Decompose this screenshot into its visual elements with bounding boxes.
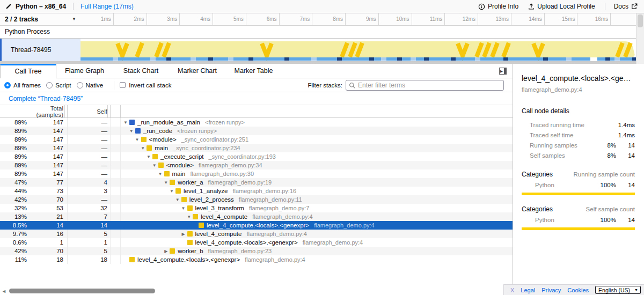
filter-stacks-label: Filter stacks: bbox=[308, 82, 342, 88]
radio-label[interactable]: Script bbox=[55, 82, 71, 88]
tab-call-tree[interactable]: Call Tree bbox=[0, 64, 56, 78]
footer-link-cookies[interactable]: Cookies bbox=[567, 287, 589, 293]
function-name: level_1_analyze bbox=[184, 188, 228, 194]
call-tree-row[interactable]: 0.6%11level_4_compute.<locals>.<genexpr>… bbox=[0, 238, 513, 247]
pencil-icon[interactable] bbox=[5, 3, 12, 10]
filter-stacks-input[interactable] bbox=[346, 80, 504, 91]
horizontal-scrollbar[interactable]: ◄ bbox=[0, 287, 513, 294]
call-tree-row[interactable]: 42%705▶worker_bflamegraph_demo.py:23 bbox=[0, 247, 513, 255]
call-tree-row[interactable]: 89%147—▼_execute_script_sync_coordinator… bbox=[0, 152, 513, 161]
category-icon bbox=[129, 120, 135, 125]
function-name: level_4_compute.<locals>.<genexpr> bbox=[137, 256, 240, 263]
expand-icon[interactable]: ▼ bbox=[122, 120, 129, 125]
category-icon bbox=[193, 214, 198, 219]
call-tree-row[interactable]: 44%733▼level_1_analyzeflamegraph_demo.py… bbox=[0, 187, 513, 195]
profile-info-button[interactable]: Profile Info bbox=[478, 3, 518, 10]
call-tree-row[interactable]: 89%147—▼_run_code<frozen runpy> bbox=[0, 127, 513, 135]
breadcrumb-complete-thread[interactable]: Complete “Thread-78495” bbox=[9, 95, 83, 102]
function-name: <module> bbox=[149, 136, 177, 143]
expand-icon[interactable]: ▼ bbox=[180, 206, 187, 211]
thread-track[interactable]: Thread-78495 bbox=[0, 39, 644, 61]
column-header-self[interactable]: Self bbox=[68, 108, 107, 115]
calltree-controls: All framesScriptNative Invert call stack… bbox=[0, 78, 513, 92]
call-tree-row[interactable]: 89%147—▼main_sync_coordinator.py:234 bbox=[0, 144, 513, 152]
file-location: flamegraph_demo.py:16 bbox=[232, 188, 296, 194]
profile-info-label: Profile Info bbox=[488, 3, 518, 10]
radio-script[interactable] bbox=[46, 82, 53, 88]
category-icon bbox=[170, 248, 175, 254]
full-range-link[interactable]: Full Range (17ms) bbox=[80, 3, 134, 10]
call-tree-row[interactable]: 89%147—▼mainflamegraph_demo.py:30 bbox=[0, 169, 513, 178]
tab-stack-chart[interactable]: Stack Chart bbox=[113, 64, 169, 78]
scrollbar-thumb[interactable] bbox=[638, 14, 643, 27]
ruler-tick: 13ms bbox=[478, 13, 511, 25]
function-name: _run_code bbox=[143, 128, 172, 134]
tab-marker-table[interactable]: Marker Table bbox=[225, 64, 282, 78]
expand-icon[interactable]: ▼ bbox=[151, 163, 158, 168]
language-select[interactable]: English (US) ▼ bbox=[595, 286, 641, 294]
radio-label[interactable]: Native bbox=[86, 82, 104, 88]
file-location: flamegraph_demo.py:23 bbox=[208, 248, 272, 254]
call-tree-row[interactable]: 47%774▼worker_aflamegraph_demo.py:19 bbox=[0, 178, 513, 187]
call-tree-row[interactable]: 89%147—▼<module>flamegraph_demo.py:34 bbox=[0, 161, 513, 169]
expand-icon[interactable]: ▶ bbox=[180, 232, 187, 237]
file-location: <frozen runpy> bbox=[177, 128, 217, 134]
ruler-tick: 16ms bbox=[577, 13, 611, 25]
invert-call-stack-checkbox[interactable] bbox=[120, 82, 126, 88]
timeline-header: 2 / 2 tracks ▼ 1ms2ms3ms4ms5ms6ms7ms8ms9… bbox=[0, 13, 644, 26]
call-tree-row[interactable]: 9.7%165▶level_4_computeflamegraph_demo.p… bbox=[0, 230, 513, 238]
expand-icon[interactable]: ▼ bbox=[157, 172, 164, 176]
docs-link[interactable]: Docs bbox=[614, 3, 638, 10]
call-tree-row[interactable]: 89%147—▼_run_module_as_main<frozen runpy… bbox=[0, 118, 513, 127]
category-icon bbox=[135, 128, 141, 134]
expand-icon[interactable]: ▼ bbox=[145, 154, 152, 159]
expand-icon[interactable]: ▼ bbox=[174, 197, 181, 202]
call-tree-row[interactable]: 32%5332▼level_3_transformflamegraph_demo… bbox=[0, 204, 513, 212]
tracks-vertical-scrollbar[interactable] bbox=[636, 13, 644, 64]
call-tree-row[interactable]: 8.5%1414level_4_compute.<locals>.<genexp… bbox=[0, 221, 513, 230]
upload-local-profile-button[interactable]: Upload Local Profile bbox=[528, 3, 595, 10]
timeline-ruler[interactable]: 1ms2ms3ms4ms5ms6ms7ms8ms9ms10ms11ms12ms1… bbox=[80, 13, 644, 25]
file-location: _sync_coordinator.py:251 bbox=[181, 136, 248, 143]
radio-all-frames[interactable] bbox=[4, 82, 11, 88]
column-header-total[interactable]: Total (samples) bbox=[27, 105, 64, 118]
scrollbar-thumb[interactable] bbox=[9, 289, 155, 293]
profile-name: Python – x86_64 bbox=[16, 3, 66, 10]
expand-icon[interactable]: ▼ bbox=[163, 180, 169, 185]
expand-icon[interactable]: ▼ bbox=[128, 129, 135, 134]
expand-icon[interactable]: ▼ bbox=[186, 215, 192, 219]
tracks-dropdown[interactable]: 2 / 2 tracks ▼ bbox=[0, 13, 80, 25]
call-tree-row[interactable]: 42%70—▼level_2_processflamegraph_demo.py… bbox=[0, 195, 513, 204]
call-tree: 89%147—▼_run_module_as_main<frozen runpy… bbox=[0, 118, 513, 264]
thread-track-label[interactable]: Thread-78495 bbox=[0, 39, 80, 61]
expand-icon[interactable]: ▼ bbox=[134, 137, 141, 142]
sidebar-toggle-icon[interactable]: ▶ bbox=[499, 68, 507, 75]
function-name: worker_a bbox=[178, 179, 203, 186]
scroll-left-arrow-icon[interactable]: ◄ bbox=[2, 289, 6, 294]
expand-icon[interactable]: ▶ bbox=[163, 249, 169, 254]
function-name: level_4_compute bbox=[195, 231, 242, 237]
chevron-down-icon: ▼ bbox=[72, 13, 76, 25]
footer-link-x[interactable]: X bbox=[510, 287, 514, 293]
ruler-tick: 6ms bbox=[246, 13, 280, 25]
radio-native[interactable] bbox=[77, 82, 83, 88]
category-icon bbox=[147, 145, 152, 151]
detail-row: Traced self time1.4ms bbox=[522, 130, 635, 140]
divider bbox=[73, 3, 74, 10]
footer-link-privacy[interactable]: Privacy bbox=[541, 287, 561, 293]
expand-icon[interactable]: ▼ bbox=[140, 146, 146, 151]
footer-link-legal[interactable]: Legal bbox=[521, 287, 535, 293]
tab-flame-graph[interactable]: Flame Graph bbox=[56, 64, 113, 78]
activity-graph[interactable] bbox=[80, 39, 644, 61]
process-track-header[interactable]: Python Process bbox=[0, 26, 644, 39]
expand-icon[interactable]: ▼ bbox=[169, 189, 175, 194]
call-tree-row[interactable]: 89%147—▼<module>_sync_coordinator.py:251 bbox=[0, 135, 513, 144]
invert-call-stack-label[interactable]: Invert call stack bbox=[129, 82, 171, 88]
radio-label[interactable]: All frames bbox=[13, 82, 41, 88]
function-name: level_4_compute bbox=[201, 213, 247, 220]
calltree-column-headers: Total (samples) Self bbox=[0, 105, 513, 118]
tab-marker-chart[interactable]: Marker Chart bbox=[169, 64, 225, 78]
call-tree-row[interactable]: 13%217▼level_4_computeflamegraph_demo.py… bbox=[0, 212, 513, 221]
ruler-tick: 14ms bbox=[511, 13, 545, 25]
call-tree-row[interactable]: 11%1818level_4_compute.<locals>.<genexpr… bbox=[0, 255, 513, 264]
